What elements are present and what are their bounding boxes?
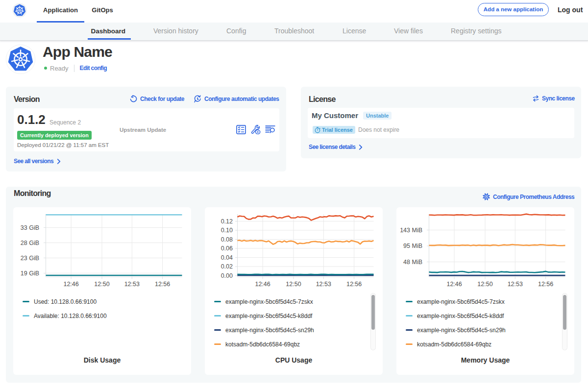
svg-text:0.10: 0.10	[221, 227, 233, 234]
svg-text:12:56: 12:56	[538, 281, 553, 288]
svg-text:0.04: 0.04	[221, 254, 233, 261]
svg-text:28 GiB: 28 GiB	[21, 240, 39, 246]
svg-text:12:56: 12:56	[155, 281, 170, 288]
svg-text:0.00: 0.00	[221, 272, 233, 279]
svg-text:12:50: 12:50	[477, 281, 492, 288]
svg-text:0.02: 0.02	[221, 263, 233, 270]
svg-text:12:46: 12:46	[446, 281, 462, 288]
svg-text:33 GiB: 33 GiB	[21, 224, 39, 231]
svg-text:143 MiB: 143 MiB	[400, 227, 422, 234]
svg-text:23 GiB: 23 GiB	[21, 255, 39, 262]
svg-text:12:46: 12:46	[63, 281, 78, 288]
svg-text:19 GiB: 19 GiB	[21, 270, 39, 277]
svg-text:95 MiB: 95 MiB	[403, 243, 422, 249]
svg-text:12:53: 12:53	[124, 281, 140, 288]
svg-text:12:56: 12:56	[346, 281, 362, 288]
svg-text:0.08: 0.08	[221, 236, 233, 243]
svg-text:12:46: 12:46	[255, 281, 270, 288]
svg-text:48 MiB: 48 MiB	[403, 259, 422, 266]
svg-text:0.12: 0.12	[221, 218, 233, 225]
svg-text:12:50: 12:50	[94, 281, 109, 288]
svg-text:0.06: 0.06	[221, 245, 233, 252]
svg-text:12:53: 12:53	[316, 281, 331, 288]
svg-text:12:50: 12:50	[286, 281, 301, 288]
svg-text:12:53: 12:53	[508, 281, 523, 288]
